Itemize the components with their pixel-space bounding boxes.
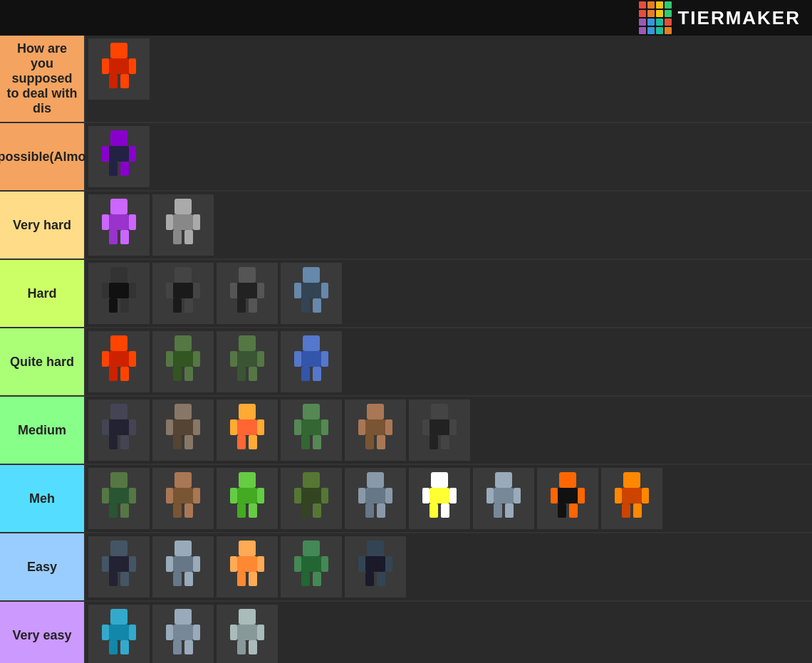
tier-items-container bbox=[85, 397, 812, 464]
tier-item[interactable] bbox=[281, 400, 342, 461]
tier-list: How are you supposed to deal with disImp… bbox=[0, 36, 812, 663]
tier-item[interactable] bbox=[217, 536, 278, 597]
tier-row: Impossible(Almost) bbox=[0, 123, 812, 192]
tier-item[interactable] bbox=[88, 263, 150, 324]
tier-item[interactable] bbox=[88, 536, 150, 597]
tier-items-container bbox=[85, 533, 812, 600]
tier-item[interactable] bbox=[88, 38, 150, 100]
tier-item[interactable] bbox=[601, 468, 662, 529]
tier-item[interactable] bbox=[152, 263, 214, 324]
tier-row: Medium bbox=[0, 397, 812, 465]
tier-row: Easy bbox=[0, 533, 812, 602]
tier-items-container bbox=[85, 602, 812, 663]
tier-label: Easy bbox=[0, 533, 85, 600]
tier-item[interactable] bbox=[537, 468, 598, 529]
header: TierMaker bbox=[0, 0, 812, 36]
tier-item[interactable] bbox=[345, 468, 406, 529]
tier-item[interactable] bbox=[152, 605, 214, 663]
tier-label: Very easy bbox=[0, 602, 85, 663]
tier-item[interactable] bbox=[88, 331, 150, 392]
tier-row: Hard bbox=[0, 260, 812, 328]
tier-item[interactable] bbox=[217, 263, 278, 324]
tier-item[interactable] bbox=[88, 194, 150, 256]
tier-item[interactable] bbox=[152, 400, 214, 461]
tier-row: Quite hard bbox=[0, 328, 812, 397]
tier-item[interactable] bbox=[88, 605, 150, 663]
tier-items-container bbox=[85, 465, 812, 532]
tier-item[interactable] bbox=[88, 468, 150, 529]
tier-item[interactable] bbox=[217, 468, 278, 529]
tier-items-container bbox=[85, 260, 812, 327]
tier-row: Very easy bbox=[0, 602, 812, 663]
tier-label: How are you supposed to deal with dis bbox=[0, 36, 85, 122]
tier-item[interactable] bbox=[88, 400, 150, 461]
tier-label: Hard bbox=[0, 260, 85, 327]
tier-item[interactable] bbox=[217, 331, 278, 392]
tier-label: Medium bbox=[0, 397, 85, 464]
tier-item[interactable] bbox=[152, 468, 214, 529]
tier-label: Quite hard bbox=[0, 328, 85, 395]
tier-item[interactable] bbox=[345, 400, 406, 461]
tier-label: Very hard bbox=[0, 192, 85, 259]
tier-item[interactable] bbox=[152, 331, 214, 392]
tier-item[interactable] bbox=[281, 468, 342, 529]
tier-item[interactable] bbox=[152, 194, 214, 256]
tier-item[interactable] bbox=[217, 400, 278, 461]
tier-item[interactable] bbox=[281, 536, 342, 597]
tier-item[interactable] bbox=[88, 126, 150, 187]
logo-text: TierMaker bbox=[677, 7, 801, 29]
tiermaker-logo: TierMaker bbox=[639, 1, 801, 34]
tier-items-container bbox=[85, 192, 812, 259]
tier-item[interactable] bbox=[409, 468, 470, 529]
tier-items-container bbox=[85, 328, 812, 395]
tier-row: Very hard bbox=[0, 192, 812, 260]
tier-item[interactable] bbox=[345, 536, 406, 597]
tier-label: Impossible(Almost) bbox=[0, 123, 85, 190]
tier-item[interactable] bbox=[281, 263, 342, 324]
tier-item[interactable] bbox=[473, 468, 534, 529]
logo-grid-icon bbox=[639, 1, 672, 34]
tier-items-container bbox=[85, 123, 812, 190]
tier-item[interactable] bbox=[281, 331, 342, 392]
tier-row: Meh bbox=[0, 465, 812, 533]
tier-items-container bbox=[85, 36, 812, 122]
tier-row: How are you supposed to deal with dis bbox=[0, 36, 812, 123]
tier-item[interactable] bbox=[152, 536, 214, 597]
tier-item[interactable] bbox=[217, 605, 278, 663]
tier-label: Meh bbox=[0, 465, 85, 532]
tier-item[interactable] bbox=[409, 400, 470, 461]
